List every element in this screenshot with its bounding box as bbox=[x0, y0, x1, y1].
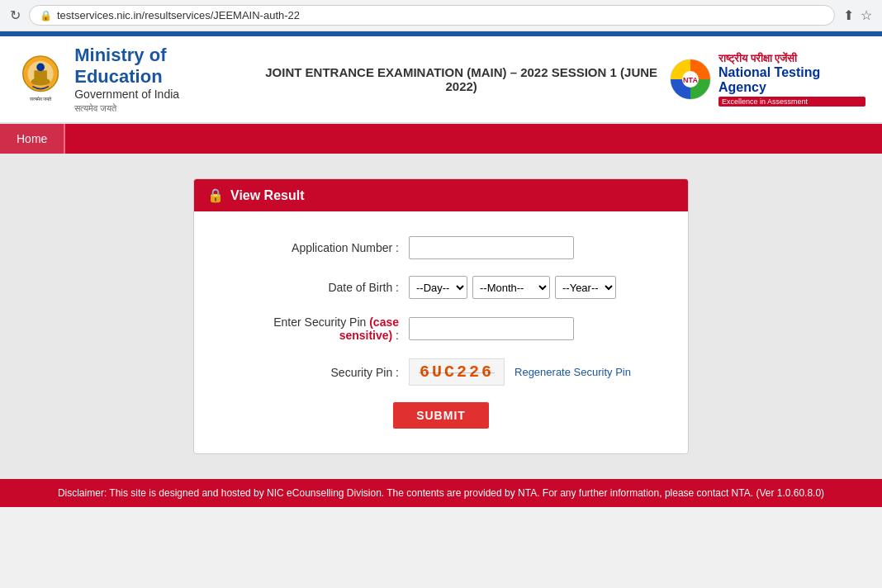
government-emblem: सत्यमेव जयते bbox=[17, 50, 64, 108]
dob-label: Date of Birth : bbox=[227, 281, 409, 294]
browser-actions: ⬆ ☆ bbox=[843, 7, 872, 23]
nta-logo-area: NTA राष्ट्रीय परीक्षा एजेंसी National Te… bbox=[669, 52, 865, 107]
security-pin-display-row: Security Pin : 6UC226 Regenerate Securit… bbox=[227, 358, 655, 386]
ministry-sub: Government of India bbox=[74, 88, 254, 101]
security-pin-input[interactable] bbox=[409, 317, 574, 340]
disclaimer-text: Disclaimer: This site is designed and ho… bbox=[58, 487, 824, 499]
submit-button[interactable]: SUBMIT bbox=[393, 402, 489, 429]
footer: Disclaimer: This site is designed and ho… bbox=[0, 479, 882, 507]
dob-day-select[interactable]: --Day-- --Day--1234567891011121314151617… bbox=[409, 276, 467, 299]
card-header: 🔒 View Result bbox=[194, 179, 688, 211]
address-bar[interactable]: 🔒 testservices.nic.in/resultservices/JEE… bbox=[29, 5, 835, 26]
regenerate-link[interactable]: Regenerate Security Pin bbox=[514, 366, 631, 378]
exam-title: JOINT ENTRANCE EXAMINATION (MAIN) – 2022… bbox=[254, 65, 669, 93]
application-number-input[interactable] bbox=[409, 236, 574, 259]
nta-logo-circle: NTA bbox=[669, 58, 712, 101]
reload-button[interactable]: ↻ bbox=[10, 7, 21, 23]
dob-selects: --Day-- --Day--1234567891011121314151617… bbox=[409, 276, 616, 299]
application-number-row: Application Number : bbox=[227, 236, 655, 259]
card-body: Application Number : Date of Birth : --D… bbox=[194, 211, 688, 453]
dob-month-select[interactable]: --Month-- --Month--JanuaryFebruaryMarchA… bbox=[472, 276, 550, 299]
nta-hindi: राष्ट्रीय परीक्षा एजेंसी bbox=[718, 52, 865, 65]
security-pin-input-row: Enter Security Pin (case sensitive) : bbox=[227, 315, 655, 342]
url-text: testservices.nic.in/resultservices/JEEMA… bbox=[57, 9, 300, 21]
nta-text: राष्ट्रीय परीक्षा एजेंसी National Testin… bbox=[718, 52, 865, 107]
security-pin-display: 6UC226 Regenerate Security Pin bbox=[409, 358, 631, 386]
svg-text:सत्यमेव जयते: सत्यमेव जयते bbox=[29, 96, 53, 102]
dob-year-select[interactable]: --Year-- --Year--19901991199219931994199… bbox=[555, 276, 616, 299]
svg-point-4 bbox=[36, 64, 45, 72]
header-left: सत्यमेव जयते Ministry of Education Gover… bbox=[17, 45, 254, 114]
main-content: 🔒 View Result Application Number : Date … bbox=[0, 154, 882, 479]
captcha-image: 6UC226 bbox=[409, 358, 505, 386]
navigation-bar: Home bbox=[0, 124, 882, 154]
nav-item-home[interactable]: Home bbox=[0, 124, 65, 154]
submit-row: SUBMIT bbox=[227, 402, 655, 429]
exam-title-container: JOINT ENTRANCE EXAMINATION (MAIN) – 2022… bbox=[254, 65, 669, 93]
nta-tagline: Excellence in Assessment bbox=[718, 97, 865, 107]
browser-chrome: ↻ 🔒 testservices.nic.in/resultservices/J… bbox=[0, 0, 882, 31]
ministry-name: Ministry of Education bbox=[74, 45, 254, 88]
page-header: सत्यमेव जयते Ministry of Education Gover… bbox=[0, 36, 882, 124]
svg-text:NTA: NTA bbox=[683, 76, 698, 84]
lock-icon: 🔒 bbox=[40, 10, 52, 21]
application-number-label: Application Number : bbox=[227, 241, 409, 254]
svg-rect-3 bbox=[34, 70, 47, 82]
lock-card-icon: 🔒 bbox=[207, 187, 224, 203]
nta-english: National Testing Agency bbox=[718, 65, 865, 95]
card-title: View Result bbox=[230, 188, 305, 203]
bookmark-icon[interactable]: ☆ bbox=[861, 7, 872, 23]
security-pin-display-label: Security Pin : bbox=[227, 366, 409, 379]
share-icon[interactable]: ⬆ bbox=[843, 7, 854, 23]
satyamev-text: सत्यमेव जयते bbox=[74, 103, 116, 113]
ministry-text: Ministry of Education Government of Indi… bbox=[74, 45, 254, 114]
security-pin-label: Enter Security Pin (case sensitive) : bbox=[227, 315, 409, 342]
dob-row: Date of Birth : --Day-- --Day--123456789… bbox=[227, 276, 655, 299]
view-result-card: 🔒 View Result Application Number : Date … bbox=[193, 178, 689, 454]
